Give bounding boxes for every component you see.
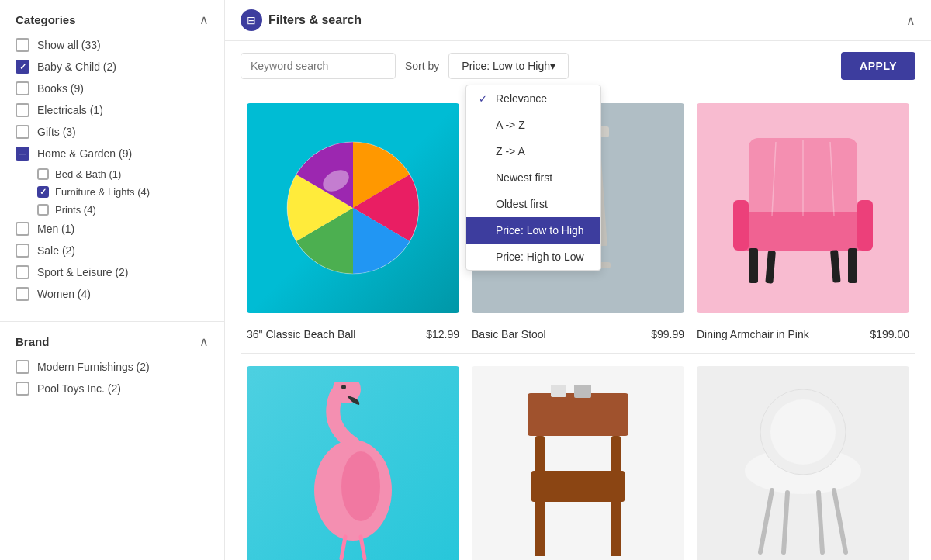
search-sort-bar: Sort by Price: Low to High ▾ ✓ Relevance…: [225, 41, 931, 91]
brand-chevron-icon: ∧: [199, 334, 209, 349]
sort-option-newest[interactable]: Newest first: [466, 164, 600, 191]
product-price: $99.99: [651, 328, 684, 340]
brand-section: Brand ∧ Modern Furnishings (2) Pool Toys…: [0, 322, 224, 416]
product-image-beach-ball: [247, 103, 459, 313]
product-name: Basic Bar Stool: [472, 328, 546, 340]
checkbox-furniture-lights[interactable]: [37, 186, 49, 198]
checkbox-sale[interactable]: [16, 244, 29, 258]
checkmark-icon: ✓: [479, 93, 490, 105]
category-label-home-garden: Home & Garden (9): [37, 147, 132, 160]
category-item-electricals[interactable]: Electricals (1): [16, 103, 209, 117]
svg-line-38: [819, 493, 822, 552]
filters-header: ⊟ Filters & search ∧: [225, 0, 931, 41]
product-info-armchair: Dining Armchair in Pink $199.00: [697, 322, 909, 340]
filters-title: Filters & search: [268, 13, 362, 27]
sort-option-label: Price: High to Low: [496, 251, 584, 263]
svg-line-24: [361, 537, 365, 558]
checkbox-men[interactable]: [16, 222, 29, 236]
product-image-side-table: [472, 366, 684, 560]
svg-rect-27: [531, 471, 625, 502]
checkbox-sport-leisure[interactable]: [16, 265, 29, 279]
checkbox-modern-furnishings[interactable]: [16, 360, 29, 374]
sort-dropdown-menu: ✓ Relevance A -> Z Z -> A Newest first: [466, 85, 601, 271]
sort-current-value: Price: Low to High: [462, 60, 550, 72]
checkbox-gifts[interactable]: [16, 125, 29, 139]
subcategory-item-bed-bath[interactable]: Bed & Bath (1): [37, 168, 209, 180]
sort-option-z-a[interactable]: Z -> A: [466, 138, 600, 164]
checkbox-baby-child[interactable]: [16, 60, 29, 74]
svg-rect-10: [733, 200, 749, 251]
checkbox-books[interactable]: [16, 81, 29, 95]
svg-rect-9: [741, 212, 865, 251]
product-card-side-table[interactable]: Solid Wood Side Table $149.00: [466, 354, 690, 560]
category-label-show-all: Show all (33): [37, 39, 101, 51]
category-label-women: Women (4): [37, 288, 91, 300]
checkbox-bed-bath[interactable]: [37, 168, 49, 180]
category-item-women[interactable]: Women (4): [16, 287, 209, 301]
armchair-svg: [725, 123, 881, 293]
category-item-sport-leisure[interactable]: Sport & Leisure (2): [16, 265, 209, 279]
svg-rect-13: [848, 248, 857, 283]
product-image-armchair: [697, 103, 909, 313]
category-item-show-all[interactable]: Show all (33): [16, 38, 209, 52]
svg-rect-31: [574, 385, 591, 398]
category-item-sale[interactable]: Sale (2): [16, 244, 209, 258]
category-list: Show all (33) Baby & Child (2) Books (9)…: [16, 38, 209, 301]
sort-option-oldest[interactable]: Oldest first: [466, 191, 600, 217]
sort-option-price-low-high[interactable]: Price: Low to High: [466, 217, 600, 244]
category-label-gifts: Gifts (3): [37, 126, 76, 138]
sort-option-label: Newest first: [496, 171, 552, 184]
product-card-chair2[interactable]: Modern White Chair $89.00: [690, 354, 915, 560]
subcategory-item-furniture-lights[interactable]: Furniture & Lights (4): [37, 186, 209, 198]
sort-option-price-high-low[interactable]: Price: High to Low: [466, 244, 600, 270]
brand-item-modern-furnishings[interactable]: Modern Furnishings (2): [16, 360, 209, 374]
sort-by-label: Sort by: [405, 60, 439, 72]
svg-point-22: [341, 451, 380, 521]
sort-option-label: Relevance: [496, 92, 547, 105]
brand-header[interactable]: Brand ∧: [16, 334, 209, 349]
category-label-sale: Sale (2): [37, 244, 75, 257]
category-item-gifts[interactable]: Gifts (3): [16, 125, 209, 139]
sort-option-a-z[interactable]: A -> Z: [466, 112, 600, 138]
checkbox-pool-toys[interactable]: [16, 382, 29, 396]
search-input[interactable]: [241, 53, 396, 79]
categories-header[interactable]: Categories ∧: [16, 12, 209, 27]
subcategory-item-prints[interactable]: Prints (4): [37, 204, 209, 216]
chair2-svg: [725, 382, 881, 560]
brand-item-pool-toys[interactable]: Pool Toys Inc. (2): [16, 382, 209, 396]
svg-rect-11: [857, 200, 873, 251]
category-item-baby-child[interactable]: Baby & Child (2): [16, 60, 209, 74]
checkbox-women[interactable]: [16, 287, 29, 301]
checkbox-home-garden[interactable]: [16, 147, 29, 161]
sort-dropdown-button[interactable]: Price: Low to High ▾: [448, 53, 569, 79]
product-card-flamingo[interactable]: Flamingo Float $24.99: [241, 354, 466, 560]
categories-chevron-icon: ∧: [199, 12, 209, 27]
flamingo-svg: [291, 382, 415, 560]
checkbox-electricals[interactable]: [16, 103, 29, 117]
filters-chevron-icon[interactable]: ∧: [906, 13, 915, 28]
product-info-beach-ball: 36" Classic Beach Ball $12.99: [247, 322, 459, 340]
filters-title-area: ⊟ Filters & search: [241, 9, 362, 31]
category-item-home-garden[interactable]: Home & Garden (9): [16, 147, 209, 161]
svg-line-37: [784, 493, 787, 552]
subcategory-list: Bed & Bath (1) Furniture & Lights (4) Pr…: [37, 168, 209, 216]
brand-list: Modern Furnishings (2) Pool Toys Inc. (2…: [16, 360, 209, 396]
category-label-books: Books (9): [37, 82, 84, 95]
category-item-books[interactable]: Books (9): [16, 81, 209, 95]
filter-funnel-icon: ⊟: [247, 14, 256, 26]
categories-title: Categories: [16, 13, 76, 26]
product-card-beach-ball[interactable]: 36" Classic Beach Ball $12.99: [241, 91, 466, 354]
sort-option-label: Oldest first: [496, 198, 548, 210]
apply-button[interactable]: APPLY: [841, 52, 915, 80]
checkbox-prints[interactable]: [37, 204, 49, 216]
product-card-armchair[interactable]: Dining Armchair in Pink $199.00: [690, 91, 915, 354]
product-image-flamingo: [247, 366, 459, 560]
category-item-men[interactable]: Men (1): [16, 222, 209, 236]
subcategory-label-bed-bath: Bed & Bath (1): [55, 168, 121, 180]
beach-ball-svg: [283, 138, 423, 278]
checkbox-show-all[interactable]: [16, 38, 29, 52]
sort-dropdown-arrow-icon: ▾: [550, 60, 555, 72]
svg-rect-30: [551, 385, 566, 397]
brand-title: Brand: [16, 335, 49, 348]
sort-option-relevance[interactable]: ✓ Relevance: [466, 85, 600, 112]
